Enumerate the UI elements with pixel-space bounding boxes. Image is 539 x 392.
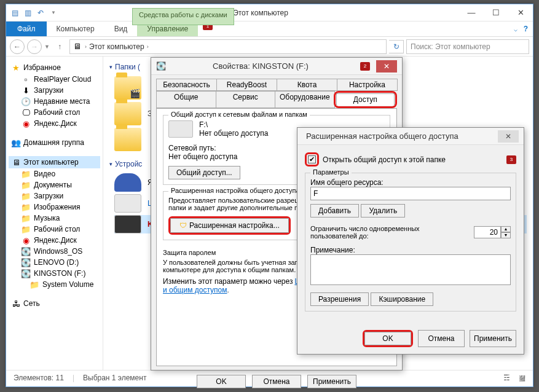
recent-dropdown-icon[interactable]: ▼ — [44, 44, 50, 50]
network-icon: 🖧 — [11, 299, 21, 308]
close-button[interactable]: ✕ — [508, 6, 533, 20]
breadcrumb-root[interactable]: Этот компьютер — [89, 42, 144, 51]
new-folder-icon[interactable]: ▥ — [23, 8, 33, 18]
dialog-title: Расширенная настройка общего доступа — [302, 131, 498, 141]
remove-button[interactable]: Удалить — [361, 204, 405, 218]
cancel-button[interactable]: Отмена — [252, 375, 301, 388]
nav-item[interactable]: 💽Windows8_OS — [9, 246, 100, 257]
downloads-icon: ⬇ — [21, 85, 31, 95]
undo-icon[interactable]: ↶ — [36, 8, 45, 18]
group-parameters: Параметры Имя общего ресурса: Добавить У… — [305, 173, 516, 312]
annotation-highlight-checkbox: ✔ — [305, 152, 319, 167]
dialog-footer: OK Отмена Применить — [151, 371, 402, 392]
nav-item[interactable]: 📁Изображения — [9, 202, 100, 213]
status-elements: Элементов: 11 — [14, 374, 64, 382]
nav-item[interactable]: ▫RealPlayer Cloud — [9, 74, 100, 85]
search-input[interactable]: Поиск: Этот компьютер — [406, 39, 529, 54]
help-icon[interactable]: ? — [524, 25, 528, 33]
nav-item[interactable]: ◉Яндекс.Диск — [9, 118, 100, 129]
share-name-label: Имя общего ресурса: — [310, 178, 511, 187]
nav-item[interactable]: 💽LENOVO (D:) — [9, 257, 100, 268]
add-button[interactable]: Добавить — [310, 204, 359, 218]
user-limit-input[interactable] — [474, 226, 501, 238]
addr-arrow-icon[interactable]: › — [85, 44, 87, 50]
nav-label: Яндекс.Диск — [34, 236, 77, 245]
ribbon-file-tab[interactable]: Файл — [6, 22, 47, 36]
tab-customize[interactable]: Настройка — [337, 79, 398, 91]
nav-item[interactable]: 🕑Недавние места — [9, 96, 100, 107]
drive-icon: 💽 — [21, 257, 31, 267]
window-title: Этот компьютер — [62, 9, 459, 17]
back-button[interactable]: ← — [10, 39, 25, 54]
ribbon-expand-icon[interactable]: ⌵ — [514, 26, 517, 33]
tab-readyboost[interactable]: ReadyBoost — [216, 79, 277, 91]
tab-hardware[interactable]: Оборудование — [275, 91, 335, 108]
apply-button[interactable]: Применить — [307, 375, 356, 388]
ribbon-tab-computer[interactable]: Компьютер — [47, 22, 104, 36]
qat-dropdown-icon[interactable]: ▼ — [49, 8, 58, 18]
maximize-button[interactable]: ☐ — [484, 6, 508, 20]
tab-general[interactable]: Общие — [156, 91, 216, 108]
desktop-icon: 🖵 — [21, 108, 31, 117]
minimize-button[interactable]: — — [459, 6, 484, 20]
nav-item[interactable]: ⬇Загрузки — [9, 85, 100, 96]
nav-item[interactable]: 📁Музыка — [9, 213, 100, 224]
nav-thispc-header[interactable]: 🖥Этот компьютер — [9, 156, 100, 168]
user-limit-stepper[interactable]: ▲ ▼ — [474, 226, 511, 238]
group-title: Параметры — [310, 168, 352, 176]
drive-icon — [114, 194, 141, 213]
cancel-button[interactable]: Отмена — [418, 330, 465, 347]
nav-item[interactable]: ◉Яндекс.Диск — [9, 235, 100, 246]
drive-icon: 💽 — [156, 61, 166, 71]
apply-button[interactable]: Применить — [470, 330, 516, 347]
context-tab-drivetools[interactable]: Средства работы с дисками — [132, 8, 234, 25]
tab-quota[interactable]: Квота — [277, 79, 337, 91]
nav-homegroup-header[interactable]: 👥Домашняя группа — [9, 136, 100, 149]
drive-icon — [168, 120, 193, 138]
shield-icon: 🛡 — [179, 221, 187, 230]
nav-network-header[interactable]: 🖧Сеть — [9, 297, 100, 310]
videos-icon: 📁 — [21, 169, 31, 179]
note-textarea[interactable] — [310, 254, 511, 285]
permissions-button[interactable]: Разрешения — [310, 292, 369, 306]
caching-button[interactable]: Кэширование — [371, 292, 433, 306]
nav-favorites-header[interactable]: ★Избранное — [9, 61, 100, 74]
forward-button[interactable]: → — [27, 39, 42, 54]
ok-button[interactable]: OK — [364, 332, 411, 345]
tab-tools[interactable]: Сервис — [216, 91, 276, 108]
tab-sharing[interactable]: Доступ — [336, 93, 395, 106]
addr-arrow-icon[interactable]: › — [147, 44, 149, 50]
tab-security[interactable]: Безопасность — [156, 79, 217, 91]
share-folder-checkbox[interactable]: ✔ — [308, 155, 316, 163]
share-button[interactable]: Общий доступ... — [168, 166, 240, 179]
dialog-titlebar[interactable]: Расширенная настройка общего доступа ✕ — [297, 128, 524, 145]
nav-item[interactable]: 📁Видео — [9, 168, 100, 179]
nav-label: Рабочий стол — [34, 225, 80, 233]
spin-up-icon[interactable]: ▲ — [501, 226, 511, 232]
close-button[interactable]: ✕ — [376, 60, 397, 73]
nav-item[interactable]: 📁Загрузки — [9, 190, 100, 202]
drive-icon: 💽 — [21, 246, 31, 256]
dialog-titlebar[interactable]: 💽 Свойства: KINGSTON (F:) 2 ✕ — [151, 58, 402, 75]
properties-icon[interactable]: ▤ — [10, 8, 20, 18]
nav-item[interactable]: 💽KINGSTON (F:) — [9, 268, 100, 279]
nav-item[interactable]: 📁Документы — [9, 179, 100, 190]
nav-item[interactable]: 🖵Рабочий стол — [9, 107, 100, 118]
nav-item[interactable]: 📁Рабочий стол — [9, 224, 100, 235]
pictures-icon: 📁 — [21, 202, 31, 212]
spin-down-icon[interactable]: ▼ — [501, 232, 511, 238]
close-button[interactable]: ✕ — [498, 130, 519, 143]
view-details-icon[interactable]: ☰ — [503, 374, 510, 382]
ok-button[interactable]: OK — [197, 375, 246, 388]
share-name-input[interactable] — [310, 187, 511, 200]
advanced-sharing-button[interactable]: 🛡 Расширенная настройка... — [170, 218, 289, 233]
annotation-highlight-sharing-tab: Доступ — [334, 91, 398, 108]
drive-letter-label: F:\ — [199, 120, 268, 129]
up-button[interactable]: ↑ — [52, 39, 67, 54]
share-status-label: Нет общего доступа — [199, 129, 268, 138]
addressbar[interactable]: 🖥 › Этот компьютер › — [69, 39, 387, 54]
desktop-icon: 📁 — [21, 224, 31, 234]
refresh-button[interactable]: ↻ — [389, 40, 404, 53]
nav-item[interactable]: 📁System Volume — [9, 279, 100, 290]
view-tiles-icon[interactable]: ▦ — [519, 374, 525, 382]
